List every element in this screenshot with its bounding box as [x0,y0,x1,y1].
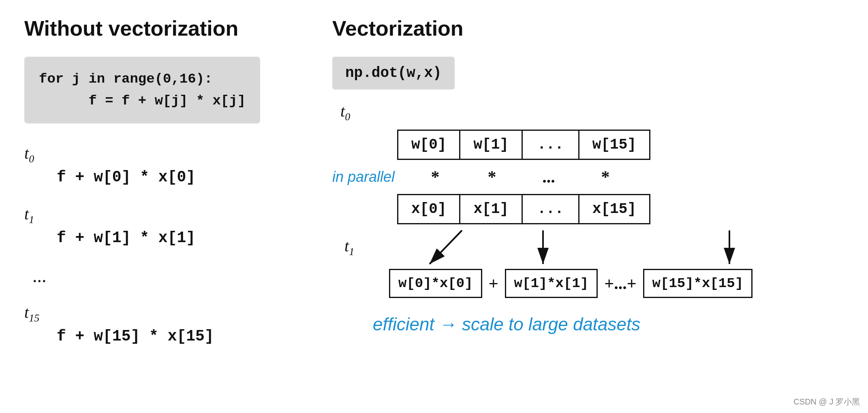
x-cell-15: x[15] [579,195,650,224]
parallel-row: in parallel * * ... * [332,167,844,187]
left-code-block: for j in range(0,16): f = f + w[j] * x[j… [24,57,260,123]
plus-0: + [482,274,505,293]
left-t0-label: t0 [24,144,34,162]
w-row-table: w[0] w[1] ... w[15] [397,130,650,160]
left-ellipsis: ... [32,265,284,287]
result-box-15: w[15]*x[15] [643,269,753,298]
left-expr-15: f + w[15] * x[15] [57,328,284,345]
x-cell-1: x[1] [460,195,522,224]
x-cell-0: x[0] [398,195,460,224]
watermark: CSDN @ J 罗小黑 [793,396,860,407]
left-t1-label: t1 [24,205,34,223]
arrows-svg [332,228,819,269]
x-row-table: x[0] x[1] ... x[15] [397,194,650,224]
left-panel: Without vectorization for j in range(0,1… [24,16,300,397]
op-dots: ... [520,167,577,187]
w-row: w[0] w[1] ... w[15] [398,130,650,160]
svg-line-1 [430,230,462,264]
main-container: Without vectorization for j in range(0,1… [0,0,868,413]
right-code-text: np.dot(w,x) [345,65,442,81]
x-row: x[0] x[1] ... x[15] [398,195,650,224]
arrows-area: t1 [332,228,844,269]
w-cell-15: w[15] [579,130,650,160]
plus-dots: +...+ [598,274,643,293]
left-title: Without vectorization [24,16,284,40]
op-star-1: * [464,167,520,187]
left-expr-0: f + w[0] * x[0] [57,168,284,186]
x-cell-dots: ... [522,195,579,224]
w-cell-1: w[1] [460,130,522,160]
in-parallel-label: in parallel [332,168,395,185]
parallel-ops: * * ... * [407,167,844,187]
right-title: Vectorization [332,16,844,40]
w-cell-0: w[0] [398,130,460,160]
result-box-0: w[0]*x[0] [389,269,482,298]
op-star-0: * [407,167,464,187]
right-panel: Vectorization np.dot(w,x) t0 w[0] w[1] .… [300,16,844,397]
left-expr-1: f + w[1] * x[1] [57,229,284,247]
result-row: w[0]*x[0] + w[1]*x[1] +...+ w[15]*x[15] [389,269,844,298]
op-star-15: * [577,167,634,187]
result-box-1: w[1]*x[1] [505,269,598,298]
left-code-text: for j in range(0,16): f = f + w[j] * x[j… [39,68,246,112]
efficient-text: efficient → scale to large datasets [373,314,844,334]
right-t0: t0 [340,102,844,123]
left-t15-label: t15 [24,303,39,321]
w-cell-dots: ... [522,130,579,160]
right-code-block: np.dot(w,x) [332,57,455,89]
